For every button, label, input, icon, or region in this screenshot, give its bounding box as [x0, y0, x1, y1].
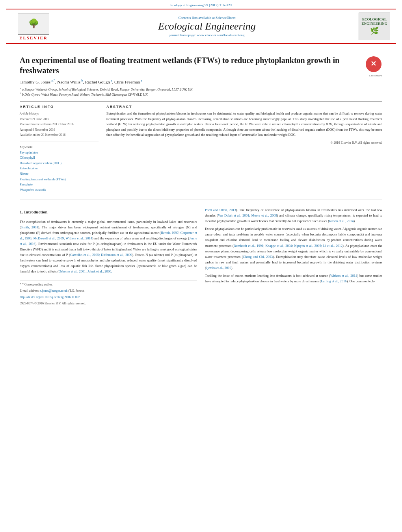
elsevier-tree-icon: 🌳 [18, 13, 49, 35]
intro-paragraph-4: Tackling the issue of excess nutrients l… [205, 273, 382, 284]
section-divider-1 [20, 101, 382, 102]
abstract-text: Eutrophication and the formation of phyt… [106, 111, 382, 138]
homepage-label: journal homepage: [169, 33, 196, 37]
received-date: Received 21 June 2016 [20, 117, 99, 122]
affiliation-a: a a Bangor Wetlands Group, School of Bio… [20, 87, 382, 92]
ref-withers2014: Withers et al., 2014 [330, 274, 357, 278]
main-content: 1. Introduction The eutrophication of fr… [0, 203, 402, 310]
accepted-date: Accepted 4 November 2016 [20, 127, 99, 133]
journal-center: Contents lists available at ScienceDirec… [55, 16, 359, 37]
abstract-header: ABSTRACT [106, 105, 382, 109]
sciencedirect-name[interactable]: ScienceDirect [216, 16, 235, 20]
keyword-chlorophyll: Chlorophyll [20, 155, 99, 161]
elsevier-label: ELSEVIER [19, 35, 48, 40]
ref-paerl2013: Paerl and Otten, 2013 [205, 208, 236, 212]
footnote-area: * * Corresponding author. E-mail address… [20, 280, 197, 306]
ref-osborne2001: Osborne et al., 2001; Johnk et al., 2008… [59, 269, 112, 273]
right-column: Paerl and Otten, 2013). The frequency of… [205, 207, 382, 306]
intro-paragraph-2: Paerl and Otten, 2013). The frequency of… [205, 207, 382, 224]
left-column: 1. Introduction The eutrophication of fr… [20, 207, 197, 306]
article-title: An experimental use of floating treatmen… [20, 55, 382, 76]
keywords-label: Keywords: [20, 145, 99, 150]
article-info-header: ARTICLE INFO [20, 105, 99, 109]
affil-b-text: b Dŵr Cymru Welsh Water, Pentwyn Road, N… [22, 93, 148, 96]
crossmark-badge: ✕ CrossMark [365, 55, 382, 73]
keyword-phytoplankton: Phytoplankton [20, 150, 99, 156]
journal-reference: Ecological Engineering 99 (2017) 316–323 [0, 0, 402, 9]
ref-lurling2016: Lurling et al., 2016 [321, 279, 346, 283]
introduction-title: 1. Introduction [20, 209, 197, 216]
keyword-eutrophication: Eutrophication [20, 166, 99, 171]
sciencedirect-link: Contents lists available at ScienceDirec… [55, 16, 359, 20]
keywords-label-text: Keywords: [20, 145, 33, 149]
author-sup-a: a,* [50, 79, 55, 82]
homepage-url[interactable]: www.elsevier.com/locate/ecoleng [197, 33, 244, 37]
author-chris: Chris Freeman [114, 80, 140, 84]
section-divider-2 [20, 200, 382, 200]
doi-link[interactable]: http://dx.doi.org/10.1016/j.ecoleng.2016… [20, 295, 197, 300]
authors-line: Timothy G. Jones a,*, Naomi Willis b, Ra… [20, 79, 382, 84]
page: Ecological Engineering 99 (2017) 316–323… [0, 0, 402, 532]
keyword-phragmites: Phragmites australis [20, 187, 99, 193]
issn-line: 0925-8574/© 2016 Elsevier B.V. All right… [20, 301, 197, 306]
affiliations: a a Bangor Wetlands Group, School of Bio… [20, 87, 382, 97]
author-rachel: Rachel Gough [85, 80, 110, 84]
author-sup-a2: a [110, 79, 112, 82]
article-title-text: An experimental use of floating treatmen… [20, 56, 339, 75]
contents-text: Contents lists available at [179, 16, 215, 20]
keyword-nitrate: Nitrate [20, 171, 99, 177]
journal-title: Ecological Engineering [55, 20, 359, 32]
article-info-col: ARTICLE INFO Article history: Received 2… [20, 105, 99, 193]
journal-header: 🌳 ELSEVIER Contents lists available at S… [6, 9, 396, 44]
journal-ref-text: Ecological Engineering 99 (2017) 316–323 [170, 3, 232, 7]
author-sup-a3: a [140, 79, 142, 82]
author-timothy: Timothy G. Jones [20, 80, 50, 84]
email-label: E-mail address: [20, 289, 39, 293]
author-naomi: Naomi Willis [57, 80, 80, 84]
ref-ritson2014: Ritson et al., 2014 [329, 219, 354, 223]
journal-homepage: journal homepage: www.elsevier.com/locat… [55, 33, 359, 37]
corr-label: * Corresponding author. [22, 283, 53, 286]
crossmark-icon: ✕ [366, 56, 382, 72]
affil-a-text: a Bangor Wetlands Group, School of Biolo… [22, 87, 193, 91]
abstract-col: ABSTRACT Eutrophication and the formatio… [106, 105, 382, 193]
email-link[interactable]: t.jones@bangor.ac.uk [40, 289, 67, 293]
intro-paragraph-3: Excess phytoplankton can be particularly… [205, 226, 382, 270]
email-line: E-mail address: t.jones@bangor.ac.uk (T.… [20, 289, 197, 294]
article-body: An experimental use of floating treatmen… [0, 44, 402, 196]
received-revised-date: Received in revised form 29 October 2016 [20, 122, 99, 127]
section-num: 1. [20, 209, 23, 214]
copyright-line: © 2016 Elsevier B.V. All rights reserved… [106, 141, 382, 145]
corresponding-author-note: * * Corresponding author. [20, 282, 197, 287]
intro-paragraph-1: The eutrophication of freshwaters is cur… [20, 219, 197, 274]
author-sup-b: b [80, 79, 83, 82]
ref-carvalho2005: Carvalho et al., 2005; Diffhmann et al.,… [70, 253, 132, 257]
info-abstract-section: ARTICLE INFO Article history: Received 2… [20, 105, 382, 193]
article-history: Article history: Received 21 June 2016 R… [20, 111, 99, 141]
ref-bernhardt1991: Bernhardt et al., 1991; Knappe et al., 2… [234, 244, 342, 248]
keyword-doc: Dissolved organic carbon (DOC) [20, 161, 99, 166]
keywords-section: Keywords: Phytoplankton Chlorophyll Diss… [20, 145, 99, 193]
ref-smith2003: Smith, 2003 [21, 225, 38, 229]
keyword-phosphate: Phosphate [20, 182, 99, 187]
available-date: Available online 23 November 2016 [20, 132, 99, 138]
history-label-text: Article history: [20, 112, 39, 115]
section-title-text: Introduction [24, 209, 48, 214]
affil-sup-a: a [20, 87, 21, 90]
history-label: Article history: [20, 111, 99, 117]
ref-vandolah2001: Van Dolah et al., 2001; Moore et al., 20… [218, 213, 277, 217]
ref-herath1997: Herath, 1997; Carpenter et al., 1998; Mc… [20, 231, 197, 240]
keyword-ftws: Floating treatment wetlands (FTWs) [20, 177, 99, 182]
affiliation-b: b b Dŵr Cymru Welsh Water, Pentwyn Road,… [20, 92, 382, 97]
elsevier-logo: 🌳 ELSEVIER [12, 13, 55, 40]
affil-sup-b: b [20, 92, 21, 95]
ecological-engineering-logo: ECOLOGICAL ENGINEERING 🌿 [359, 13, 390, 40]
email-suffix: (T.G. Jones). [68, 289, 84, 293]
ref-cheng2003: Cheng and Chi, 2003 [243, 255, 273, 259]
ref-jjemba2010: Jjemba et al., 2010 [206, 266, 231, 270]
